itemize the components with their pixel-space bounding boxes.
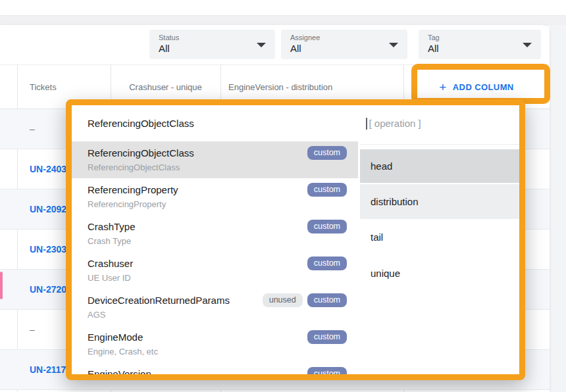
field-name: Crashuser bbox=[88, 258, 133, 269]
custom-badge: custom bbox=[307, 146, 347, 160]
ticket-link[interactable]: UN-2720 bbox=[30, 284, 66, 295]
operations-divider bbox=[360, 141, 519, 149]
custom-badge: custom bbox=[307, 367, 347, 374]
field-option-referencingobjectclass[interactable]: ReferencingObjectClass custom Referencin… bbox=[72, 141, 358, 178]
field-option-referencingproperty[interactable]: ReferencingProperty custom ReferencingPr… bbox=[72, 178, 358, 215]
ticket-link[interactable]: UN-2117 bbox=[30, 364, 66, 375]
plus-icon: + bbox=[439, 81, 447, 93]
page-background-strip bbox=[550, 25, 566, 392]
crash-analytics-screen: Status All Assignee All Tag All Tickets … bbox=[0, 0, 566, 392]
text-cursor bbox=[366, 118, 367, 130]
chevron-down-icon bbox=[389, 43, 398, 47]
field-description: UE User ID bbox=[88, 273, 347, 283]
assignee-filter-value: All bbox=[290, 42, 398, 55]
custom-badge: custom bbox=[307, 183, 347, 197]
custom-badge: custom bbox=[307, 220, 347, 233]
operation-option-tail[interactable]: tail bbox=[360, 219, 519, 255]
ticket-empty: – bbox=[30, 124, 35, 134]
operation-option-distribution[interactable]: distribution bbox=[360, 184, 519, 219]
add-column-label: ADD COLUMN bbox=[453, 82, 514, 92]
field-description: AGS bbox=[88, 310, 347, 320]
popup-body: ReferencingObjectClass custom Referencin… bbox=[72, 141, 519, 374]
tag-filter-dropdown[interactable]: Tag All bbox=[419, 30, 541, 59]
ticket-link[interactable]: UN-2092 bbox=[30, 204, 66, 214]
field-description: ReferencingProperty bbox=[88, 199, 347, 209]
custom-badge: custom bbox=[307, 257, 347, 270]
field-description: ReferencingObjectClass bbox=[88, 162, 347, 172]
field-name: EngineMode bbox=[88, 331, 143, 343]
field-description: Engine, Crash, etc bbox=[88, 347, 347, 356]
assignee-filter-dropdown[interactable]: Assignee All bbox=[281, 30, 407, 59]
unused-badge: unused bbox=[263, 293, 303, 307]
status-filter-value: All bbox=[159, 42, 266, 55]
status-filter-dropdown[interactable]: Status All bbox=[149, 30, 275, 59]
tag-filter-value: All bbox=[428, 42, 532, 55]
field-name: EngineVersion bbox=[88, 368, 151, 374]
field-search-input[interactable]: ReferencingObjectClass bbox=[72, 105, 358, 141]
operation-options-list: head distribution tail unique bbox=[360, 141, 519, 374]
field-option-engineversion[interactable]: EngineVersion custom bbox=[72, 362, 358, 374]
ticket-link[interactable]: UN-2403 bbox=[30, 164, 66, 174]
add-column-popup: ReferencingObjectClass [ operation ] Ref… bbox=[66, 99, 525, 380]
ticket-empty: – bbox=[30, 324, 35, 335]
field-options-list: ReferencingObjectClass custom Referencin… bbox=[72, 141, 358, 374]
field-option-devicecreationreturnedparams[interactable]: DeviceCreationReturnedParams unused cust… bbox=[72, 289, 358, 326]
tag-filter-label: Tag bbox=[428, 34, 532, 42]
add-column-button[interactable]: + ADD COLUMN bbox=[435, 80, 517, 94]
operation-input[interactable]: [ operation ] bbox=[358, 105, 519, 141]
popup-input-row: ReferencingObjectClass [ operation ] bbox=[72, 105, 519, 141]
custom-badge: custom bbox=[307, 293, 347, 307]
field-description: Crash Type bbox=[88, 236, 347, 246]
chevron-down-icon bbox=[257, 43, 266, 47]
operation-placeholder: [ operation ] bbox=[369, 118, 421, 129]
operation-option-unique[interactable]: unique bbox=[360, 255, 519, 291]
custom-badge: custom bbox=[307, 330, 347, 344]
status-filter-label: Status bbox=[159, 34, 266, 42]
field-name: CrashType bbox=[88, 221, 136, 232]
field-option-crashuser[interactable]: Crashuser custom UE User ID bbox=[72, 252, 358, 289]
operation-option-head[interactable]: head bbox=[360, 149, 519, 183]
chevron-down-icon bbox=[523, 43, 532, 47]
field-option-crashtype[interactable]: CrashType custom Crash Type bbox=[72, 215, 358, 252]
field-name: DeviceCreationReturnedParams bbox=[88, 295, 230, 306]
row-priority-marker bbox=[0, 272, 3, 299]
field-name: ReferencingObjectClass bbox=[88, 147, 194, 159]
page-background-band bbox=[0, 15, 566, 26]
assignee-filter-label: Assignee bbox=[290, 34, 398, 42]
ticket-link[interactable]: UN-2303 bbox=[30, 244, 66, 255]
field-name: ReferencingProperty bbox=[88, 184, 178, 195]
field-option-enginemode[interactable]: EngineMode custom Engine, Crash, etc bbox=[72, 326, 358, 362]
